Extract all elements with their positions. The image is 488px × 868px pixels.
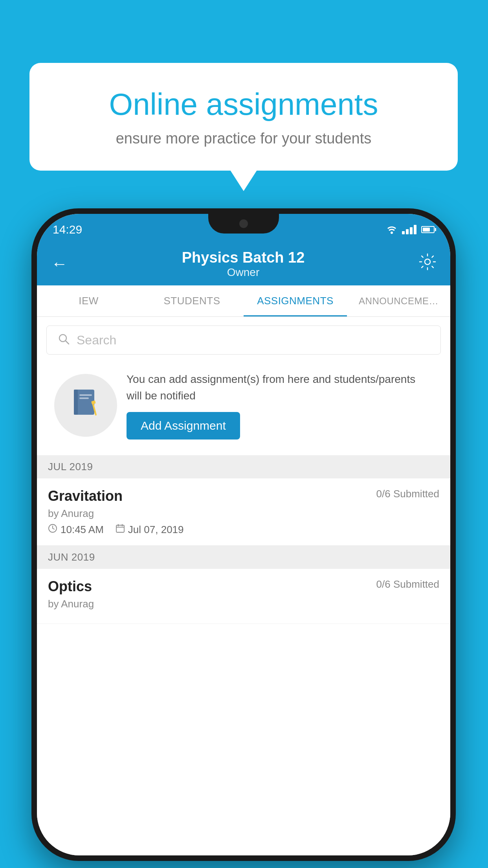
assignment-time: 10:45 AM — [48, 524, 104, 536]
battery-icon — [421, 226, 435, 233]
tab-announcements[interactable]: ANNOUNCEME… — [347, 285, 450, 316]
assignment-gravitation[interactable]: Gravitation 0/6 Submitted by Anurag — [37, 478, 450, 546]
header-subtitle: Owner — [182, 266, 305, 279]
svg-point-1 — [425, 259, 430, 265]
calendar-icon — [116, 524, 125, 536]
bubble-subtitle: ensure more practice for your students — [57, 130, 430, 147]
assignment-optics-top: Optics 0/6 Submitted — [48, 578, 439, 595]
header-title: Physics Batch 12 — [182, 249, 305, 266]
tab-students[interactable]: STUDENTS — [140, 285, 244, 316]
phone-frame: 14:29 — [31, 208, 456, 861]
app-header: ← Physics Batch 12 Owner — [37, 242, 450, 285]
add-assignment-button[interactable]: Add Assignment — [127, 412, 240, 440]
bubble-title: Online assignments — [57, 86, 430, 122]
background: Online assignments ensure more practice … — [0, 0, 488, 868]
signal-icon — [402, 225, 416, 234]
promo-text-area: You can add assignment(s) from here and … — [127, 371, 433, 440]
notch — [208, 214, 279, 234]
promo-description: You can add assignment(s) from here and … — [127, 371, 433, 404]
status-icons — [386, 225, 435, 234]
tabs-bar: IEW STUDENTS ASSIGNMENTS ANNOUNCEME… — [37, 285, 450, 317]
assignment-optics[interactable]: Optics 0/6 Submitted by Anurag — [37, 569, 450, 624]
settings-icon[interactable] — [419, 253, 436, 275]
svg-rect-11 — [116, 525, 124, 532]
wifi-icon — [386, 225, 397, 234]
assignment-date: Jul 07, 2019 — [116, 524, 184, 536]
header-center: Physics Batch 12 Owner — [182, 249, 305, 279]
phone-screen: 14:29 — [37, 214, 450, 855]
promo-card: You can add assignment(s) from here and … — [46, 363, 441, 447]
assignment-optics-author: by Anurag — [48, 598, 439, 610]
assignment-author: by Anurag — [48, 508, 439, 520]
back-button[interactable]: ← — [51, 254, 68, 273]
search-icon — [58, 333, 70, 348]
content-area: Search — [37, 317, 450, 855]
svg-rect-7 — [79, 397, 89, 399]
svg-rect-5 — [74, 390, 78, 415]
speech-bubble: Online assignments ensure more practice … — [29, 63, 458, 171]
search-placeholder: Search — [77, 333, 116, 348]
clock-icon — [48, 524, 57, 536]
assignment-submitted: 0/6 Submitted — [376, 488, 439, 500]
assignment-optics-submitted: 0/6 Submitted — [376, 578, 439, 590]
speech-bubble-container: Online assignments ensure more practice … — [29, 63, 458, 171]
camera — [239, 219, 248, 228]
search-bar[interactable]: Search — [46, 326, 441, 355]
assignment-name: Gravitation — [48, 488, 123, 504]
svg-line-3 — [66, 341, 69, 344]
assignment-top: Gravitation 0/6 Submitted — [48, 488, 439, 504]
promo-icon-circle — [54, 374, 117, 437]
svg-rect-6 — [79, 394, 92, 396]
tab-iew[interactable]: IEW — [37, 285, 140, 316]
assignment-meta: 10:45 AM Jul 07, 201 — [48, 524, 439, 536]
battery-fill — [423, 228, 430, 232]
assignment-optics-name: Optics — [48, 578, 92, 595]
svg-point-0 — [391, 232, 393, 234]
status-time: 14:29 — [53, 223, 82, 236]
tab-assignments[interactable]: ASSIGNMENTS — [244, 285, 347, 316]
section-jul-2019: JUL 2019 — [37, 455, 450, 478]
section-jun-2019: JUN 2019 — [37, 546, 450, 569]
notebook-icon — [70, 386, 101, 424]
